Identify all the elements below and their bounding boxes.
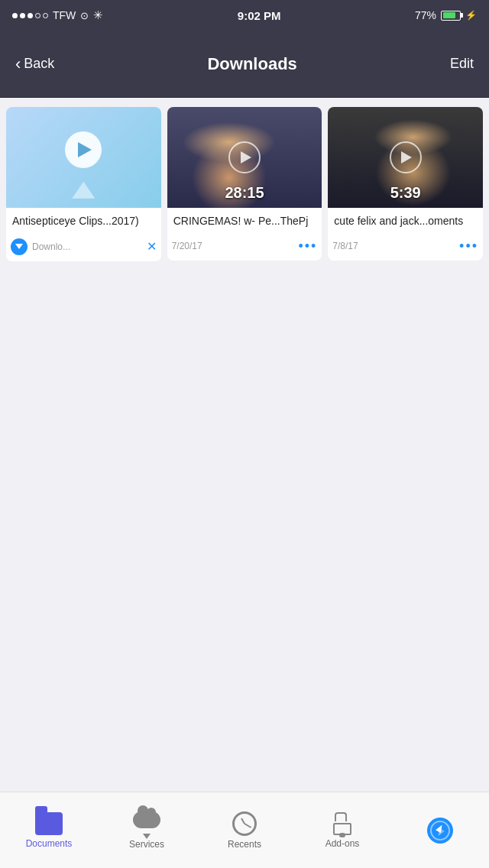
tab-label-services: Services	[129, 839, 164, 850]
thumbnail-1	[6, 107, 161, 208]
cart-icon	[330, 812, 355, 835]
duration-badge-2: 28:15	[225, 184, 264, 202]
compass-icon	[427, 818, 453, 844]
status-right: 77% ⚡	[415, 9, 477, 21]
play-icon-1	[65, 131, 102, 168]
wifi-icon: ⊙	[80, 10, 89, 21]
tab-addons[interactable]: Add-ons	[293, 792, 391, 868]
signal-dot-3	[28, 13, 33, 18]
tab-label-recents: Recents	[228, 839, 261, 850]
cloud-arrow-icon	[143, 834, 151, 839]
cancel-download-button-1[interactable]: ✕	[147, 239, 157, 254]
tab-recents[interactable]: Recents	[196, 792, 293, 868]
edit-button[interactable]: Edit	[450, 56, 474, 72]
signal-dot-1	[12, 13, 18, 18]
thumbnail-2: 28:15	[167, 107, 322, 208]
card-info-3: cute felix and jack...oments	[328, 208, 483, 235]
signal-dot-2	[20, 13, 25, 18]
signal-dot-5	[43, 13, 48, 18]
download-button-1[interactable]	[11, 238, 28, 255]
carrier-label: TFW	[53, 9, 76, 21]
tab-bar: Documents Services Recents Add-ons	[0, 792, 489, 868]
signal-dot-4	[35, 13, 40, 18]
date-row-2: 7/20/17 •••	[167, 235, 322, 261]
video-grid: Antisepticeye Clips...2017) Downlo... ✕	[6, 107, 483, 261]
download-row-1: Downlo... ✕	[6, 235, 161, 261]
activity-icon: ✳	[93, 8, 103, 22]
card-title-3: cute felix and jack...oments	[334, 214, 477, 228]
video-card-3[interactable]: 5:39 cute felix and jack...oments 7/8/17…	[328, 107, 483, 261]
tab-label-documents: Documents	[26, 838, 73, 849]
play-circle-3	[390, 141, 422, 173]
page-title: Downloads	[207, 54, 296, 74]
cart-handle	[335, 812, 347, 821]
tab-label-addons: Add-ons	[325, 838, 360, 849]
cart-wheel-right	[341, 833, 345, 837]
tab-browser[interactable]	[391, 792, 489, 868]
thumbnail-3: 5:39	[328, 107, 483, 208]
cloud-shape	[133, 811, 160, 828]
more-options-button-3[interactable]: •••	[459, 238, 478, 254]
back-chevron-icon: ‹	[15, 54, 21, 74]
play-circle-2	[228, 141, 261, 173]
card-title-1: Antisepticeye Clips...2017)	[12, 214, 155, 228]
tab-documents[interactable]: Documents	[0, 792, 98, 868]
card-title-2: CRINGEMAS! w- Pe...ThePj	[173, 214, 316, 228]
status-bar: TFW ⊙ ✳ 9:02 PM 77% ⚡	[0, 0, 489, 31]
date-text-2: 7/20/17	[172, 241, 202, 251]
thumb-img-2: 28:15	[167, 107, 322, 208]
cart-body	[333, 823, 351, 835]
cloud-icon	[133, 811, 160, 836]
play-tri-2	[241, 151, 251, 164]
duration-badge-3: 5:39	[390, 184, 421, 202]
thumb-placeholder-1	[6, 107, 161, 208]
folder-icon	[35, 812, 63, 835]
video-card-1[interactable]: Antisepticeye Clips...2017) Downlo... ✕	[6, 107, 161, 261]
clock-hand-minute	[244, 823, 252, 828]
compass-inner	[430, 821, 450, 840]
card-info-2: CRINGEMAS! w- Pe...ThePj	[167, 208, 322, 235]
download-text-1: Downlo...	[32, 241, 142, 252]
signal-dots	[12, 13, 48, 18]
status-left: TFW ⊙ ✳	[12, 8, 103, 22]
nav-bar: ‹ Back Downloads Edit	[0, 31, 489, 98]
tab-services[interactable]: Services	[98, 792, 196, 868]
video-card-2[interactable]: 28:15 CRINGEMAS! w- Pe...ThePj 7/20/17 •…	[167, 107, 322, 261]
play-tri-3	[401, 151, 412, 164]
date-row-3: 7/8/17 •••	[328, 235, 483, 261]
back-label: Back	[24, 56, 54, 72]
back-button[interactable]: ‹ Back	[15, 54, 54, 74]
main-content: Antisepticeye Clips...2017) Downlo... ✕	[0, 98, 489, 792]
date-text-3: 7/8/17	[332, 241, 358, 251]
charging-icon: ⚡	[465, 10, 477, 21]
download-arrow-icon-1	[15, 244, 23, 249]
battery-fill	[443, 12, 455, 18]
battery-percent: 77%	[415, 9, 436, 21]
thumb-img-3: 5:39	[328, 107, 483, 208]
more-options-button-2[interactable]: •••	[298, 238, 317, 254]
battery-icon	[441, 11, 461, 21]
play-triangle-1	[78, 142, 92, 157]
card-info-1: Antisepticeye Clips...2017)	[6, 208, 161, 235]
clock-icon	[232, 811, 257, 836]
status-time: 9:02 PM	[238, 9, 281, 22]
